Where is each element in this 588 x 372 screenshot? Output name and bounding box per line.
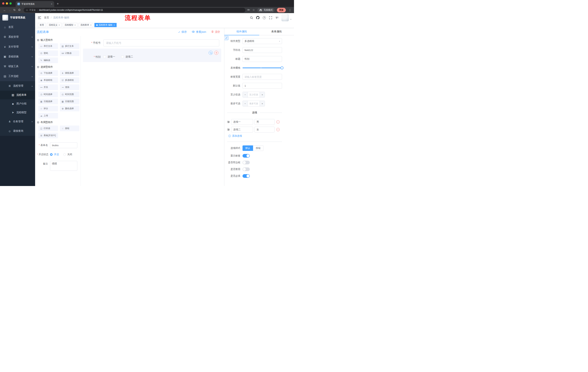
palette-item-single-line-text[interactable]: ▭单行文本 (38, 43, 58, 49)
add-option-button[interactable]: + 添加选项 (228, 134, 282, 138)
home-icon[interactable] (17, 8, 22, 12)
option-2-value-input[interactable] (254, 127, 274, 132)
sidebar-item-leave-query[interactable]: ☺ 请假查询 (0, 126, 35, 136)
window-minimize-button[interactable] (6, 2, 8, 5)
form-name-input[interactable] (50, 142, 77, 148)
palette-item-table[interactable]: ⊞表格[开发中] (38, 133, 58, 138)
palette-item-date-picker[interactable]: ▦日期选择 (38, 99, 58, 104)
sidebar-item-user-group[interactable]: ☻ 用户分组 (0, 99, 35, 108)
plus-button[interactable]: + (260, 92, 265, 97)
component-type-select[interactable]: 多选框组 ▾ (242, 38, 282, 44)
palette-item-color-picker[interactable]: ✿颜色选择 (60, 106, 80, 111)
palette-item-radio-group[interactable]: ◉单选框组 (38, 77, 58, 83)
copy-widget-button[interactable] (209, 51, 213, 55)
status-radio-on[interactable]: 开启 (50, 152, 59, 158)
status-radio-off[interactable]: 关闭 (63, 152, 72, 158)
close-icon[interactable]: × (90, 24, 92, 26)
reload-icon[interactable]: ↻ (12, 8, 17, 12)
gender-option-1-checkbox[interactable]: 选项一 (103, 55, 115, 58)
palette-item-slider[interactable]: ⊸滑块 (60, 85, 80, 90)
slider-handle[interactable] (281, 66, 284, 69)
drag-handle-icon[interactable] (227, 128, 230, 131)
palette-item-checkbox-group[interactable]: ☑多选框组 (60, 77, 80, 83)
sidebar-item-process-management[interactable]: ≣ 流程管理 ▴ (0, 81, 35, 91)
plus-button[interactable]: + (260, 101, 265, 106)
palette-item-switch[interactable]: ⊶开关 (38, 85, 58, 90)
new-tab-button[interactable]: + (57, 2, 59, 6)
user-avatar[interactable] (282, 14, 289, 21)
sidebar-item-devtools[interactable]: ⚒ 研发工具 ▾ (0, 62, 35, 71)
gender-widget-selected[interactable]: 性别 选项一 选项二 (83, 49, 221, 62)
close-icon[interactable]: × (59, 24, 60, 26)
close-icon[interactable]: × (114, 24, 115, 26)
sidebar-item-home[interactable]: ⌂ 首页 (0, 22, 35, 32)
tab-component-props[interactable]: 组件属性 (224, 28, 259, 35)
tag-home[interactable]: 首页 (38, 23, 46, 27)
drag-handle-icon[interactable] (227, 121, 230, 123)
update-button[interactable]: 更新 (277, 8, 286, 12)
minus-button[interactable]: − (243, 101, 248, 106)
palette-item-editor[interactable]: ✎编辑器 (38, 57, 58, 63)
tab-form-props[interactable]: 表单属性 (259, 28, 294, 35)
field-link-icon[interactable] (224, 36, 228, 40)
forward-icon[interactable]: → (7, 9, 12, 12)
palette-item-cascader[interactable]: ⋔级联选择 (60, 70, 80, 76)
sidebar-item-payment[interactable]: ¥ 支付管理 ▾ (0, 42, 35, 52)
fullscreen-icon[interactable] (269, 16, 272, 20)
palette-item-time-picker[interactable]: ◷时间选择 (38, 92, 58, 97)
password-key-icon[interactable] (247, 8, 250, 12)
phone-field-row[interactable]: 手机号 (83, 40, 221, 46)
phone-input[interactable] (103, 40, 219, 46)
help-icon[interactable]: ? (262, 16, 266, 20)
close-icon[interactable]: × (74, 24, 76, 26)
palette-item-counter[interactable]: 123计数器 (60, 50, 80, 56)
sidebar-item-workflow[interactable]: ▤ 工作流程 ▴ (0, 71, 35, 81)
window-close-button[interactable] (2, 2, 4, 5)
hamburger-icon[interactable] (38, 17, 41, 19)
clear-button[interactable]: 清空 (211, 30, 220, 34)
max-checked-value[interactable]: 最多可选 (248, 101, 260, 106)
sidebar-item-infrastructure[interactable]: ▣ 基础设施 ▾ (0, 52, 35, 62)
browser-menu-icon[interactable]: ⋮ (288, 8, 292, 12)
show-label-toggle[interactable] (242, 154, 250, 158)
default-value-input[interactable] (242, 83, 282, 89)
remove-option-icon[interactable]: − (276, 120, 280, 124)
sidebar-item-process-form[interactable]: ▥ 流程表单 (0, 91, 35, 99)
security-label[interactable]: 不安全 (29, 9, 36, 12)
disabled-toggle[interactable] (242, 167, 250, 171)
sidebar-item-task-management[interactable]: ⋔ 任务管理 ▾ (0, 117, 35, 126)
grid-slider[interactable] (242, 65, 282, 71)
palette-item-rate[interactable]: ☆评分 (38, 106, 58, 111)
back-icon[interactable]: ← (2, 9, 7, 12)
option-2-name-input[interactable] (231, 127, 253, 132)
title-input[interactable] (242, 56, 282, 62)
option-1-name-input[interactable] (231, 119, 253, 125)
tag-process-form[interactable]: 流程表单 × (79, 23, 93, 27)
save-button[interactable]: ✓ 保存 (178, 30, 187, 34)
min-checked-value[interactable]: 至少应选 (248, 92, 260, 97)
option-style-default-button[interactable]: 默认 (242, 145, 253, 151)
option-style-button-button[interactable]: 按钮 (253, 145, 263, 151)
breadcrumb-home[interactable]: 首页 (44, 16, 49, 19)
browser-tab[interactable]: 芋道管理系统 × (16, 1, 54, 7)
github-icon[interactable] (256, 16, 260, 20)
view-json-button[interactable]: 查看json (192, 30, 206, 34)
gender-option-2-checkbox[interactable]: 选项二 (121, 55, 133, 58)
url-text[interactable]: dashboard.yudao.iocoder.cn/bpm/manager/f… (39, 9, 103, 11)
palette-item-password[interactable]: ⊡密码 (38, 50, 58, 56)
sidebar-item-process-model[interactable]: ➤ 流程模型 (0, 108, 35, 117)
palette-item-date-range[interactable]: ▩日期范围 (60, 99, 80, 104)
palette-item-dropdown-select[interactable]: ⊙下拉选择 (38, 70, 58, 76)
remove-option-icon[interactable]: − (276, 128, 280, 131)
slider-track[interactable] (242, 67, 282, 68)
palette-item-button[interactable]: ☝按钮 (60, 126, 80, 131)
tab-close-icon[interactable]: × (51, 3, 52, 5)
tag-process-model[interactable]: 流程模型 × (63, 23, 77, 27)
palette-item-upload[interactable]: ☁上传 (38, 113, 58, 118)
tag-process-form-edit[interactable]: 流程表单-编辑 × (94, 23, 117, 27)
palette-item-multi-line-text[interactable]: ▤多行文本 (60, 43, 80, 49)
tag-process-definition[interactable]: 流程定义 × (47, 23, 62, 27)
sidebar-item-system[interactable]: ⚙ 系统管理 ▾ (0, 32, 35, 42)
border-toggle[interactable] (242, 161, 250, 164)
delete-widget-button[interactable] (214, 51, 218, 55)
